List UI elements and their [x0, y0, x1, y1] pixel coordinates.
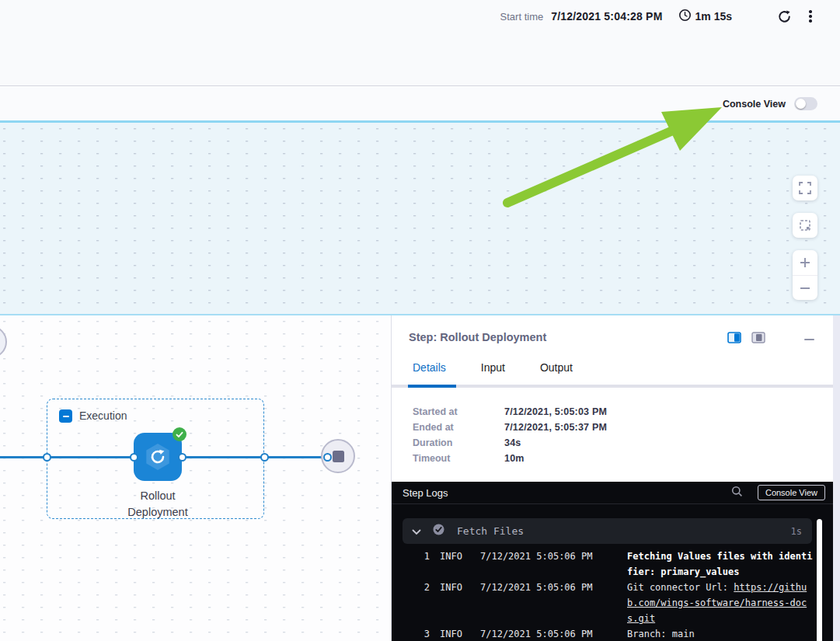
view-toolbar: Console View [0, 87, 840, 123]
console-view-toggle[interactable] [794, 97, 817, 110]
minimize-panel-button[interactable] [803, 332, 815, 343]
clock-icon [678, 9, 692, 25]
more-options-button[interactable] [804, 9, 817, 24]
connector-dot [178, 453, 186, 462]
log-section-fetch-files[interactable]: Fetch Files 1s [403, 518, 812, 544]
step-logs-header: Step Logs Console View [392, 482, 840, 504]
toggle-knob [796, 99, 806, 109]
split-view-icon-active[interactable] [727, 332, 741, 347]
connector-dot [130, 453, 138, 462]
pipeline-canvas-upper [0, 123, 840, 314]
collapse-group-button[interactable] [59, 409, 72, 423]
log-scrollbar-thumb[interactable] [817, 519, 822, 641]
fit-to-screen-button[interactable] [793, 213, 817, 238]
step-logs-section: Step Logs Console View Fetch Files 1s 1 [392, 482, 840, 641]
log-line: 2 INFO 7/12/2021 5:05:06 PM Git connecto… [419, 580, 815, 626]
log-section-title: Fetch Files [457, 525, 524, 537]
rollout-deployment-icon [140, 439, 176, 475]
success-check-badge [173, 427, 186, 441]
detail-row: Duration 34s [413, 435, 607, 451]
detail-row: Ended at 7/12/2021, 5:05:37 PM [413, 420, 607, 435]
connector-dot [260, 453, 269, 462]
elapsed-duration: 1m 15s [695, 10, 732, 23]
active-tab-underline [408, 385, 456, 388]
connector-dot [43, 453, 51, 462]
tab-track [392, 385, 834, 388]
tab-details[interactable]: Details [413, 361, 446, 374]
start-time-label: Start time [500, 11, 544, 23]
pipeline-execution-screen: Start time 7/12/2021 5:04:28 PM 1m 15s C… [0, 0, 840, 641]
zoom-out-button[interactable] [793, 275, 817, 300]
log-line: 3 INFO 7/12/2021 5:05:06 PM Branch: main [419, 626, 815, 641]
execution-group-label: Execution [79, 409, 127, 422]
log-lines: 1 INFO 7/12/2021 5:05:06 PM Fetching Val… [419, 549, 815, 641]
rollout-deployment-node[interactable] [134, 433, 182, 481]
panel-title: Step: Rollout Deployment [409, 331, 546, 343]
log-message-prefix: Git connector Url: [627, 582, 734, 593]
node-label: Rollout Deployment [96, 488, 220, 521]
success-check-icon [433, 524, 444, 538]
log-section-duration: 1s [791, 526, 802, 537]
stop-icon [333, 451, 344, 462]
logs-console-view-button[interactable]: Console View [758, 485, 825, 500]
fullscreen-button[interactable] [793, 176, 817, 200]
step-details-panel: Step: Rollout Deployment Details Input O… [391, 315, 840, 641]
step-details-list: Started at 7/12/2021, 5:05:03 PM Ended a… [413, 404, 607, 466]
canvas-zoom-controls [793, 176, 817, 300]
panel-view-icon[interactable] [751, 332, 765, 347]
step-logs-title: Step Logs [403, 487, 731, 499]
tab-output[interactable]: Output [540, 361, 573, 374]
log-line: 1 INFO 7/12/2021 5:05:06 PM Fetching Val… [419, 549, 815, 580]
zoom-in-button[interactable] [793, 250, 817, 275]
zoom-in-out-group [793, 250, 817, 300]
detail-row: Started at 7/12/2021, 5:05:03 PM [413, 404, 607, 420]
start-time-value: 7/12/2021 5:04:28 PM [551, 10, 662, 23]
minus-icon [63, 416, 69, 417]
panel-scrollbar-track[interactable] [833, 315, 840, 641]
search-icon[interactable] [731, 486, 743, 500]
tab-input[interactable]: Input [481, 361, 505, 374]
pipeline-canvas-execution: Execution Rollout Deployment [0, 315, 392, 641]
chevron-down-icon [412, 524, 421, 538]
dot-grid-pattern [0, 123, 840, 314]
panel-tabs: Details Input Output [413, 361, 573, 374]
refresh-button[interactable] [777, 9, 792, 24]
detail-row: Timeout 10m [413, 451, 607, 466]
connector-dot [323, 453, 332, 462]
canvas-section-divider [0, 314, 840, 315]
console-view-label: Console View [723, 99, 786, 110]
execution-header: Start time 7/12/2021 5:04:28 PM 1m 15s [0, 0, 840, 86]
minus-icon [804, 339, 814, 341]
